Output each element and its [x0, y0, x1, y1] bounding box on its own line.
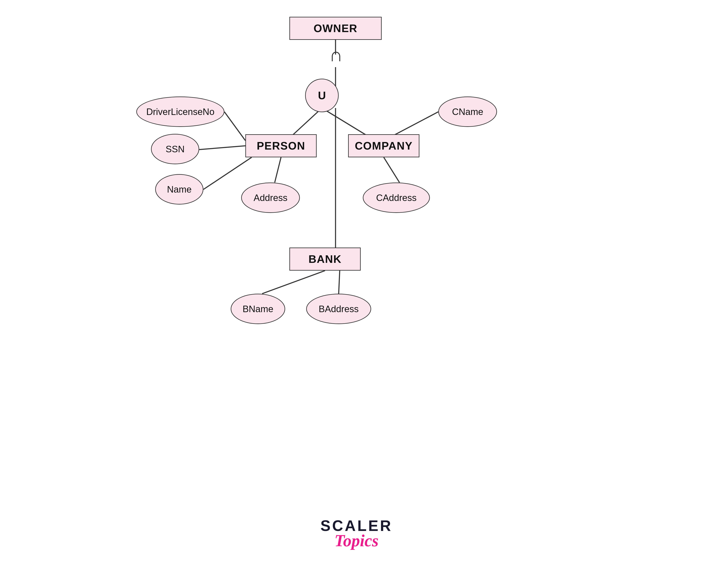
attr-caddress-label: CAddress	[376, 193, 416, 203]
attr-name-label: Name	[167, 184, 192, 195]
attr-baddress-label: BAddress	[319, 304, 359, 314]
entity-person: PERSON	[245, 134, 317, 158]
svg-line-7	[203, 158, 252, 189]
attr-ssn-label: SSN	[166, 144, 185, 154]
attr-cname-label: CName	[452, 107, 483, 117]
attr-driver-license-label: DriverLicenseNo	[146, 107, 214, 117]
entity-company: COMPANY	[348, 134, 419, 158]
svg-line-12	[339, 271, 340, 294]
bank-label: BANK	[308, 253, 342, 265]
attr-name: Name	[155, 174, 203, 205]
union-circle: U	[305, 79, 339, 112]
attr-address-label: Address	[254, 193, 287, 203]
union-label: U	[318, 89, 326, 102]
diagram-lines	[0, 0, 713, 588]
svg-line-5	[224, 112, 245, 141]
attr-driver-license: DriverLicenseNo	[136, 97, 224, 127]
svg-line-6	[199, 146, 245, 150]
isa-symbol: ∩	[329, 44, 343, 66]
svg-line-11	[262, 271, 325, 294]
attr-bname-label: BName	[243, 304, 274, 314]
owner-label: OWNER	[314, 22, 357, 35]
diagram-container: ∩ U OWNER PERSON COMPANY BANK DriverLice…	[0, 0, 713, 588]
attr-caddress: CAddress	[363, 183, 430, 213]
attr-bname: BName	[231, 294, 285, 324]
company-label: COMPANY	[355, 140, 413, 152]
attr-baddress: BAddress	[306, 294, 371, 324]
scaler-logo: SCALER Topics	[320, 518, 393, 550]
attr-cname: CName	[438, 97, 497, 127]
attr-address: Address	[241, 183, 300, 213]
svg-line-10	[384, 158, 399, 183]
person-label: PERSON	[257, 140, 305, 152]
entity-owner: OWNER	[289, 17, 382, 40]
attr-ssn: SSN	[151, 134, 199, 164]
entity-bank: BANK	[289, 248, 361, 271]
svg-line-8	[275, 158, 281, 183]
